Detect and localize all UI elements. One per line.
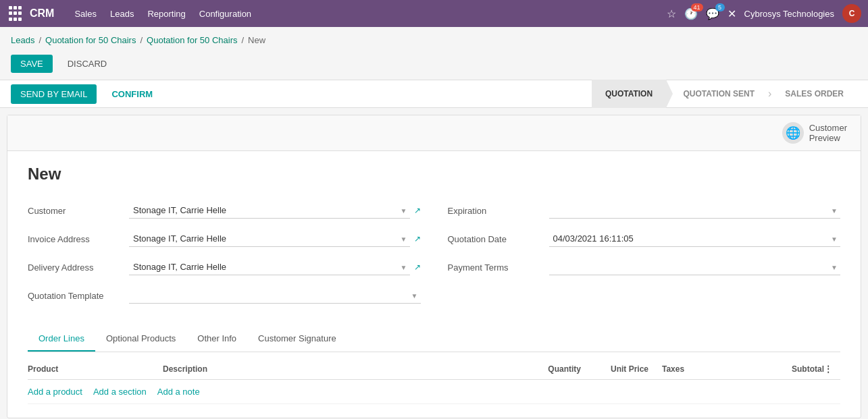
form-right: Expiration ▼ Quotation Date (448, 200, 841, 313)
quotation-template-control-wrap: ▼ (129, 287, 421, 304)
delivery-address-input[interactable] (129, 259, 410, 275)
invoice-address-external-link[interactable]: ↗ (414, 234, 421, 244)
delivery-address-external-link[interactable]: ↗ (414, 262, 421, 272)
quotation-template-select[interactable] (129, 287, 421, 304)
expiration-select-wrap: ▼ (549, 202, 841, 219)
payment-terms-row: Payment Terms ▼ (448, 256, 841, 278)
expiration-row: Expiration ▼ (448, 200, 841, 221)
save-button[interactable]: SAVE (11, 55, 53, 73)
invoice-address-control-wrap: ▼ ↗ (129, 231, 421, 247)
clock-icon-btn[interactable]: 🕐 41 (684, 7, 698, 20)
breadcrumb: Leads / Quotation for 50 Chairs / Quotat… (0, 27, 868, 51)
tab-other-info[interactable]: Other Info (186, 327, 247, 352)
col-header-taxes: Taxes (662, 364, 743, 374)
payment-terms-control-wrap: ▼ (549, 259, 841, 275)
quotation-card: 🌐 Customer Preview New Customer (7, 115, 861, 418)
form-left: Customer ▼ ↗ Invoice Address (28, 200, 421, 313)
top-navigation: CRM Sales Leads Reporting Configuration … (0, 0, 868, 27)
nav-reporting[interactable]: Reporting (147, 6, 185, 22)
quotation-body: New Customer ▼ ↗ (7, 151, 861, 418)
quotation-date-control-wrap: ▼ (549, 231, 841, 247)
delivery-address-row: Delivery Address ▼ ↗ (28, 256, 421, 278)
form-grid: Customer ▼ ↗ Invoice Address (28, 200, 840, 313)
col-header-product: Product (28, 364, 163, 374)
status-step-sent[interactable]: QUOTATION SENT (669, 80, 768, 108)
nav-configuration[interactable]: Configuration (199, 6, 251, 22)
tab-optional-products[interactable]: Optional Products (95, 327, 186, 352)
quotation-template-select-wrap: ▼ (129, 287, 421, 304)
brand-logo: CRM (30, 7, 54, 20)
quotation-card-header: 🌐 Customer Preview (7, 115, 861, 151)
col-header-description: Description (163, 364, 527, 374)
send-by-email-button[interactable]: SEND BY EMAIL (11, 84, 97, 104)
payment-terms-label: Payment Terms (448, 262, 549, 273)
expiration-label: Expiration (448, 206, 549, 216)
col-header-unit-price: Unit Price (594, 364, 662, 374)
customer-input[interactable] (129, 202, 410, 219)
payment-terms-select[interactable] (549, 259, 841, 275)
order-table: Product Description Quantity Unit Price … (28, 359, 840, 404)
customer-row: Customer ▼ ↗ (28, 200, 421, 221)
breadcrumb-current: New (248, 35, 265, 45)
col-header-subtotal: Subtotal (743, 364, 824, 374)
quotation-template-label: Quotation Template (28, 291, 129, 301)
table-header: Product Description Quantity Unit Price … (28, 359, 840, 380)
tab-customer-signature[interactable]: Customer Signature (247, 327, 347, 352)
status-step-sales-order[interactable]: SALES ORDER (771, 80, 857, 108)
discard-button[interactable]: DISCARD (58, 55, 117, 73)
breadcrumb-quotation1[interactable]: Quotation for 50 Chairs (45, 35, 136, 45)
status-bar-actions: SEND BY EMAIL CONFIRM (11, 84, 592, 104)
close-icon-btn[interactable]: ✕ (727, 7, 736, 20)
invoice-address-row: Invoice Address ▼ ↗ (28, 228, 421, 250)
customer-select-wrap: ▼ (129, 202, 410, 219)
status-bar: SEND BY EMAIL CONFIRM QUOTATION › QUOTAT… (0, 80, 868, 108)
messages-icon-btn[interactable]: 💬 5 (706, 7, 719, 20)
quotation-date-input[interactable] (549, 231, 841, 247)
customer-label: Customer (28, 206, 129, 216)
action-bar: SAVE DISCARD (0, 51, 868, 80)
breadcrumb-leads[interactable]: Leads (11, 35, 34, 45)
activity-icon-btn[interactable]: ☆ (667, 7, 676, 20)
customer-control-wrap: ▼ ↗ (129, 202, 421, 219)
table-add-row: Add a product Add a section Add a note (28, 380, 840, 404)
main-content: 🌐 Customer Preview New Customer (0, 115, 868, 419)
user-avatar[interactable]: C (842, 4, 861, 23)
delivery-address-select-wrap: ▼ (129, 259, 410, 275)
add-product-link[interactable]: Add a product (28, 387, 82, 397)
col-header-actions: ⋮ (824, 364, 840, 374)
quotation-date-row: Quotation Date ▼ (448, 228, 841, 250)
username-label: Cybrosys Technologies (744, 9, 834, 19)
status-steps: QUOTATION › QUOTATION SENT › SALES ORDER (592, 80, 857, 108)
payment-terms-select-wrap: ▼ (549, 259, 841, 275)
col-header-quantity: Quantity (527, 364, 594, 374)
customer-external-link[interactable]: ↗ (414, 206, 421, 215)
customer-preview-button[interactable]: 🌐 Customer Preview (782, 122, 847, 144)
globe-icon: 🌐 (782, 122, 804, 144)
status-step-quotation[interactable]: QUOTATION (592, 80, 666, 108)
customer-preview-label: Customer Preview (809, 123, 847, 143)
quotation-date-label: Quotation Date (448, 234, 549, 244)
invoice-address-label: Invoice Address (28, 234, 129, 244)
add-note-link[interactable]: Add a note (157, 387, 200, 397)
topnav-right: ☆ 🕐 41 💬 5 ✕ Cybrosys Technologies C (667, 4, 861, 23)
invoice-address-input[interactable] (129, 231, 410, 247)
breadcrumb-quotation2[interactable]: Quotation for 50 Chairs (147, 35, 237, 45)
quotation-template-row: Quotation Template ▼ (28, 285, 421, 306)
notifications-badge: 41 (691, 3, 703, 11)
expiration-control-wrap: ▼ (549, 202, 841, 219)
add-section-link[interactable]: Add a section (93, 387, 147, 397)
delivery-address-control-wrap: ▼ ↗ (129, 259, 421, 275)
confirm-button[interactable]: CONFIRM (102, 84, 162, 104)
tab-order-lines[interactable]: Order Lines (28, 327, 95, 352)
nav-leads[interactable]: Leads (110, 6, 134, 22)
quotation-date-select-wrap: ▼ (549, 231, 841, 247)
delivery-address-label: Delivery Address (28, 262, 129, 273)
nav-menu: Sales Leads Reporting Configuration (74, 6, 666, 22)
messages-badge: 5 (715, 3, 725, 11)
nav-sales[interactable]: Sales (74, 6, 97, 22)
expiration-select[interactable] (549, 202, 841, 219)
invoice-address-select-wrap: ▼ (129, 231, 410, 247)
quotation-title: New (28, 165, 840, 184)
grid-menu-icon[interactable] (7, 5, 23, 22)
tabs: Order Lines Optional Products Other Info… (28, 327, 840, 352)
